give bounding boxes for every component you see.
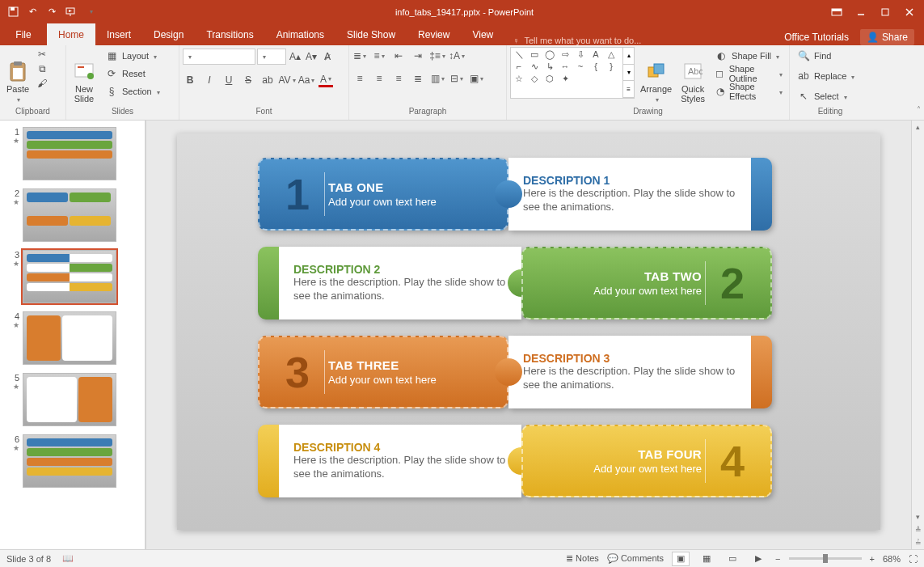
tab-view[interactable]: View (461, 23, 504, 45)
shapes-gallery[interactable]: ＼ ▭ ◯ ⇨ ⇩ A △ ⌐ ∿ ↳ ↔ ~ { } ☆ ◇ ⬡ (510, 47, 623, 99)
decrease-font-icon[interactable]: A▾ (304, 49, 319, 64)
font-family-combo[interactable] (183, 49, 255, 65)
zoom-slider[interactable] (789, 557, 862, 560)
thumb-5[interactable]: 5 (0, 371, 145, 433)
maximize-icon[interactable] (874, 4, 897, 20)
shape-doubleconn-icon[interactable]: ↔ (558, 61, 572, 72)
reading-view-icon[interactable]: ▭ (724, 552, 741, 566)
gallery-up-icon[interactable]: ▴ (623, 48, 634, 65)
shape-line-icon[interactable]: ＼ (512, 49, 526, 60)
align-center-icon[interactable]: ≡ (372, 71, 386, 86)
justify-icon[interactable]: ≣ (411, 71, 425, 86)
tab-transitions[interactable]: Transitions (195, 23, 264, 45)
tab-home[interactable]: Home (47, 23, 95, 45)
collapse-ribbon-icon[interactable]: ˄ (917, 105, 921, 114)
slide-canvas[interactable]: 1 TAB ONE Add your own text here DESCRIP… (177, 133, 880, 530)
gallery-more-icon[interactable]: ≡ (623, 81, 634, 98)
save-icon[interactable] (6, 6, 19, 19)
shape-callout-icon[interactable]: ◇ (527, 73, 542, 84)
find-button[interactable]: 🔍Find (793, 47, 834, 65)
thumb-6[interactable]: 6 (0, 433, 145, 494)
tab-animations[interactable]: Animations (265, 23, 335, 45)
zoom-level[interactable]: 68% (883, 554, 901, 564)
shape-rect-icon[interactable]: ▭ (527, 49, 542, 60)
thumb-1[interactable]: 1 (0, 125, 145, 187)
shape-oval-icon[interactable]: ◯ (542, 49, 557, 60)
increase-font-icon[interactable]: A▴ (288, 49, 302, 64)
tab-file[interactable]: File (0, 23, 47, 45)
font-color-icon[interactable]: A (319, 73, 333, 87)
char-spacing-icon[interactable]: AV (280, 73, 294, 87)
shape-rbrace-icon[interactable]: } (604, 61, 618, 72)
italic-icon[interactable]: I (202, 73, 217, 87)
reset-button[interactable]: ⟳Reset (101, 65, 163, 83)
shape-hex-icon[interactable]: ⬡ (542, 73, 557, 84)
redo-icon[interactable]: ↷ (45, 6, 58, 19)
font-size-combo[interactable] (257, 49, 286, 65)
shape-effects-button[interactable]: ◔Shape Effects (711, 83, 786, 100)
next-slide-icon[interactable]: ≟ (912, 536, 925, 549)
shape-textbox-icon[interactable]: A (589, 49, 603, 60)
decrease-indent-icon[interactable]: ⇤ (391, 49, 406, 63)
shape-plus-icon[interactable]: ✦ (558, 73, 572, 84)
shadow-icon[interactable]: ab (260, 73, 275, 87)
shape-star-icon[interactable]: ☆ (512, 73, 526, 84)
shape-connector-icon[interactable]: ↳ (542, 61, 557, 72)
shape-curve-icon[interactable]: ∿ (527, 61, 542, 72)
minimize-icon[interactable] (850, 4, 872, 20)
shape-arrow2-icon[interactable]: ⇩ (573, 49, 588, 60)
align-right-icon[interactable]: ≡ (391, 71, 406, 86)
columns-icon[interactable]: ▥ (430, 71, 445, 86)
tab-insert[interactable]: Insert (95, 23, 142, 45)
normal-view-icon[interactable]: ▣ (672, 552, 690, 566)
shape-arrow-icon[interactable]: ⇨ (558, 49, 572, 60)
line-spacing-icon[interactable]: ‡≡ (430, 49, 445, 63)
bullets-icon[interactable]: ≣ (352, 49, 367, 63)
thumb-3[interactable]: 3 (0, 248, 145, 310)
align-left-icon[interactable]: ≡ (352, 71, 367, 86)
text-direction-icon[interactable]: ↕A (449, 49, 464, 63)
numbering-icon[interactable]: ≡ (372, 49, 386, 63)
change-case-icon[interactable]: Aa (299, 73, 314, 87)
shape-fill-button[interactable]: ◐Shape Fill (711, 47, 786, 65)
zoom-out-icon[interactable]: − (775, 554, 780, 564)
copy-icon[interactable]: ⧉ (35, 61, 49, 76)
share-button[interactable]: 👤 Share (860, 29, 914, 45)
shape-triangle-icon[interactable]: △ (604, 49, 618, 60)
tell-me[interactable]: ♀ Tell me what you want to do... (513, 36, 641, 45)
vertical-scrollbar[interactable]: ▴ ▾ ≜ ≟ (911, 121, 924, 549)
format-painter-icon[interactable]: 🖌 (35, 76, 49, 91)
close-icon[interactable] (898, 4, 921, 20)
slide-indicator[interactable]: Slide 3 of 8 (6, 554, 51, 564)
zoom-in-icon[interactable]: + (870, 554, 875, 564)
prev-slide-icon[interactable]: ≜ (912, 523, 925, 536)
smartart-icon[interactable]: ▣ (469, 71, 483, 86)
fit-to-window-icon[interactable]: ⛶ (909, 554, 918, 564)
strikethrough-icon[interactable]: S (241, 73, 255, 87)
quick-styles-button[interactable]: Abc Quick Styles (677, 47, 708, 105)
shape-outline-button[interactable]: ◻Shape Outline (711, 65, 786, 83)
shape-lbrace-icon[interactable]: { (589, 61, 603, 72)
tab-review[interactable]: Review (407, 23, 461, 45)
ribbon-display-icon[interactable] (825, 4, 848, 20)
scroll-up-icon[interactable]: ▴ (912, 121, 925, 133)
office-tutorials-link[interactable]: Office Tutorials (784, 32, 849, 43)
comments-button[interactable]: 💬 Comments (607, 553, 664, 564)
slideshow-view-icon[interactable]: ▶ (749, 552, 767, 566)
underline-icon[interactable]: U (222, 73, 236, 87)
gallery-down-icon[interactable]: ▾ (623, 65, 634, 82)
notes-button[interactable]: ≣ Notes (566, 553, 599, 564)
cut-icon[interactable]: ✂ (35, 47, 49, 61)
slide-thumbnails[interactable]: 1 2 3 4 5 6 (0, 121, 146, 549)
increase-indent-icon[interactable]: ⇥ (411, 49, 425, 63)
tab-slideshow[interactable]: Slide Show (335, 23, 407, 45)
shape-elbow-icon[interactable]: ⌐ (512, 61, 526, 72)
undo-icon[interactable]: ↶ (26, 6, 39, 19)
slide-editor[interactable]: 1 TAB ONE Add your own text here DESCRIP… (146, 121, 911, 549)
paste-button[interactable]: Paste (3, 47, 32, 105)
new-slide-button[interactable]: New Slide (70, 47, 99, 105)
scroll-down-icon[interactable]: ▾ (912, 510, 925, 523)
sorter-view-icon[interactable]: ▦ (698, 552, 715, 566)
clear-formatting-icon[interactable]: A̷ (320, 49, 335, 64)
thumb-4[interactable]: 4 (0, 310, 145, 371)
